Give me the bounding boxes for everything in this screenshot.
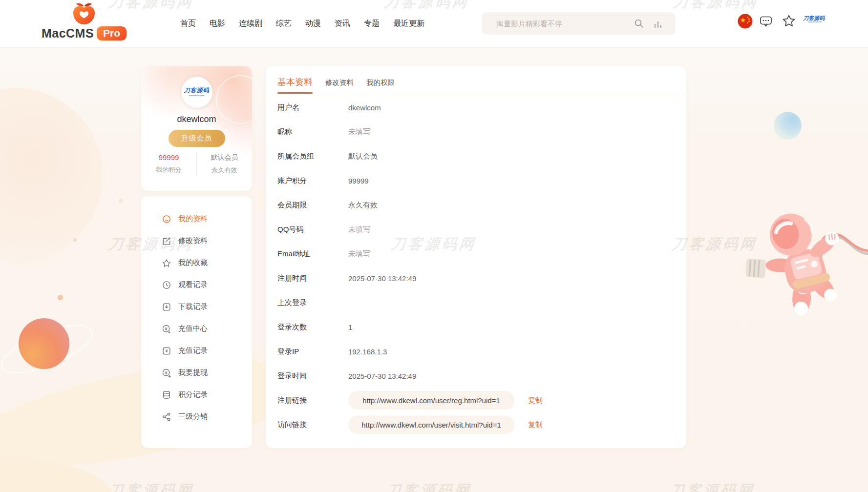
sidebar-item-watch-history[interactable]: 观看记录 (141, 274, 252, 296)
field-label: 登录IP (277, 347, 348, 356)
sidebar-item-label: 三级分销 (178, 412, 208, 421)
svg-text:¥: ¥ (165, 370, 168, 375)
nav-item-anime[interactable]: 动漫 (305, 19, 321, 29)
message-icon[interactable] (759, 15, 773, 28)
field-label: 注册链接 (277, 396, 348, 405)
sidebar-item-label: 观看记录 (178, 280, 208, 289)
nav-item-home[interactable]: 首页 (180, 19, 196, 29)
dot-decoration (119, 199, 123, 203)
field-row-membership-term: 会员期限 永久有效 (266, 193, 686, 217)
user-avatar-mini-logo[interactable]: 刀客源码 www.dkewl.com (802, 15, 826, 25)
share-network-icon (162, 412, 171, 422)
field-label: 登录时间 (277, 371, 348, 381)
favorites-star-icon[interactable] (782, 14, 796, 28)
withdraw-icon: ¥ (162, 368, 171, 378)
profile-detail-panel: 基本资料 修改资料 我的权限 用户名 dkewlcom 昵称 未填写 所属会员组… (266, 66, 686, 448)
points-value: 99999 (141, 153, 196, 162)
field-row-email: Email地址 未填写 (266, 242, 686, 266)
field-row-login-ip: 登录IP 192.168.1.3 (266, 339, 686, 364)
download-icon (162, 302, 171, 312)
tab-basic-info[interactable]: 基本资料 (277, 76, 313, 93)
field-row-login-time: 登录时间 2025-07-30 13:42:49 (266, 364, 686, 388)
svg-text:¥: ¥ (165, 326, 168, 331)
blue-sphere-decoration (774, 112, 802, 140)
copy-register-link-button[interactable]: 复制 (528, 396, 543, 405)
avatar[interactable]: 刀客源码 www.dkewl.com (181, 77, 212, 108)
field-label: QQ号码 (277, 225, 348, 234)
brand-name: MacCMS (42, 26, 94, 41)
member-group-label: 永久有效 (197, 166, 252, 175)
tab-edit-profile[interactable]: 修改资料 (325, 78, 354, 94)
field-value: 2025-07-30 13:42:49 (348, 372, 416, 380)
sidebar-item-my-favorites[interactable]: 我的收藏 (141, 252, 252, 274)
clock-icon (162, 280, 171, 290)
language-flag-icon[interactable] (738, 14, 753, 29)
site-logo[interactable]: MacCMS Pro (47, 2, 121, 41)
svg-text:¥: ¥ (165, 348, 168, 353)
user-stats: 99999 我的积分 默认会员 永久有效 (141, 153, 252, 175)
field-value: 未填写 (348, 249, 370, 259)
username: dkewlcom (141, 114, 252, 124)
field-value: 未填写 (348, 225, 370, 234)
field-row-login-count: 登录次数 1 (266, 315, 686, 339)
copy-visit-link-button[interactable]: 复制 (528, 420, 543, 430)
dot-decoration (73, 238, 77, 242)
watermark: 刀客源码网 (668, 481, 756, 492)
member-group-stat: 默认会员 永久有效 (196, 153, 252, 175)
field-label: 访问链接 (277, 420, 348, 430)
cream-blob-decoration (0, 448, 121, 492)
visit-link-value[interactable]: http://www.dkewl.com/user/visit.html?uid… (348, 415, 514, 434)
points-label: 我的积分 (141, 165, 196, 174)
nav-item-news[interactable]: 资讯 (335, 19, 350, 29)
field-row-visit-link: 访问链接 http://www.dkewl.com/user/visit.htm… (266, 412, 686, 437)
field-label: 会员期限 (277, 201, 348, 210)
mini-logo-subtext: www.dkewl.com (808, 21, 820, 23)
sidebar-item-download-history[interactable]: 下载记录 (141, 296, 252, 318)
sidebar-item-label: 充值中心 (178, 324, 208, 333)
nav-item-movies[interactable]: 电影 (210, 19, 225, 29)
field-label: 昵称 (277, 127, 348, 137)
recharge-record-icon: ¥ (162, 346, 171, 356)
sidebar-item-edit-profile[interactable]: 修改资料 (141, 230, 252, 252)
sidebar-item-recharge-history[interactable]: ¥ 充值记录 (141, 340, 252, 362)
field-value: 2025-07-30 13:42:49 (348, 274, 416, 283)
sidebar-item-label: 我的资料 (178, 214, 208, 224)
search-icon[interactable] (634, 18, 644, 29)
edit-icon (162, 236, 171, 246)
field-label: 所属会员组 (277, 152, 348, 161)
points-stat: 99999 我的积分 (141, 153, 196, 175)
sidebar-item-my-profile[interactable]: 我的资料 (141, 208, 252, 230)
watermark: 刀客源码网 (385, 481, 472, 492)
register-link-value[interactable]: http://www.dkewl.com/user/reg.html?uid=1 (348, 391, 514, 410)
sidebar-item-recharge-center[interactable]: ¥ 充值中心 (141, 318, 252, 340)
top-header: MacCMS Pro 首页 电影 连续剧 综艺 动漫 资讯 专题 最近更新 (0, 0, 868, 47)
field-row-account-points: 账户积分 99999 (266, 168, 686, 193)
brand-badge: Pro (97, 26, 127, 41)
search-box (482, 12, 676, 35)
field-row-member-group: 所属会员组 默认会员 (266, 144, 686, 168)
nav-item-variety[interactable]: 综艺 (276, 19, 292, 29)
nav-item-recent-updates[interactable]: 最近更新 (393, 19, 424, 29)
sidebar-item-withdraw[interactable]: ¥ 我要提现 (141, 362, 252, 384)
sidebar-item-label: 充值记录 (178, 346, 208, 355)
field-label: 账户积分 (277, 176, 348, 185)
database-icon (162, 390, 171, 400)
sidebar-item-points-history[interactable]: 积分记录 (141, 384, 252, 406)
ranking-chart-icon[interactable] (653, 19, 663, 28)
astronaut-illustration (742, 205, 868, 327)
search-input[interactable] (495, 19, 634, 28)
sidebar-item-distribution[interactable]: 三级分销 (141, 406, 252, 428)
nav-item-topics[interactable]: 专题 (364, 19, 380, 29)
main-navigation: 首页 电影 连续剧 综艺 动漫 资讯 专题 最近更新 (180, 0, 424, 47)
planet-ring-decoration (0, 315, 99, 383)
avatar-logo-subtext: www.dkewl.com (189, 95, 204, 97)
field-row-qq-number: QQ号码 未填写 (266, 217, 686, 242)
field-label: 用户名 (277, 103, 348, 112)
upgrade-member-button[interactable]: 升级会员 (169, 130, 225, 147)
sidebar-item-label: 积分记录 (178, 390, 208, 399)
nav-item-series[interactable]: 连续剧 (239, 19, 262, 29)
star-icon (162, 258, 171, 268)
sidebar-item-label: 下载记录 (178, 302, 208, 311)
tab-my-permissions[interactable]: 我的权限 (366, 78, 395, 94)
field-row-last-login: 上次登录 (266, 290, 686, 315)
